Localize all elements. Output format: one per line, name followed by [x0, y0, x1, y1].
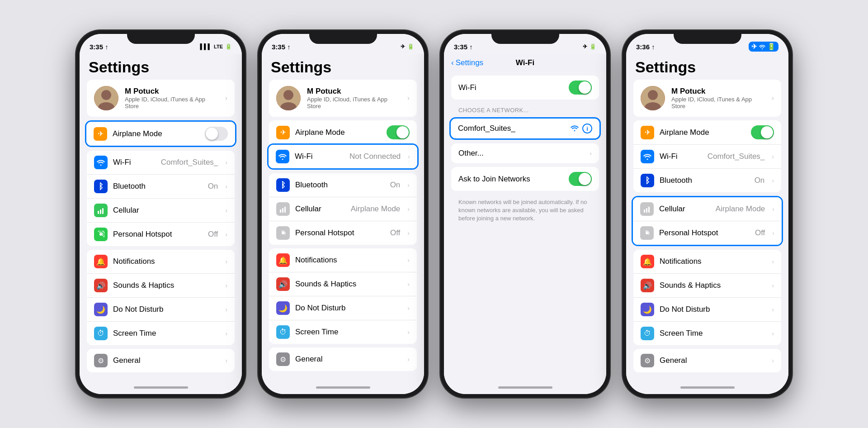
- airplane-icon-1: ✈: [94, 127, 107, 141]
- settings-page-4: Settings M Potuck Apple ID, iCloud, iTun…: [626, 54, 788, 394]
- row-cellular-2[interactable]: Cellular Airplane Mode ›: [269, 197, 417, 221]
- row-wifi-4[interactable]: Wi-Fi Comfort_Suites_ ›: [633, 145, 781, 169]
- svg-point-8: [283, 90, 293, 100]
- cellular-value-4: Airplane Mode: [716, 204, 765, 214]
- bluetooth-icon-2: ᛒ: [276, 178, 290, 192]
- nav-back-3[interactable]: ‹ Settings: [451, 58, 483, 67]
- sounds-icon-1: 🔊: [94, 279, 108, 292]
- row-dnd-4[interactable]: 🌙 Do Not Disturb ›: [633, 298, 781, 322]
- wifi-page-3: ‹ Settings Wi-Fi Wi-Fi CHOOSE A NETWORK.…: [444, 54, 606, 394]
- other-label-3: Other...: [458, 149, 584, 158]
- dnd-chevron-4: ›: [772, 306, 774, 313]
- row-sounds-4[interactable]: 🔊 Sounds & Haptics ›: [633, 274, 781, 298]
- home-indicator-3: [498, 386, 552, 389]
- row-hotspot-2[interactable]: Personal Hotspot Off ›: [269, 221, 417, 245]
- dnd-icon-1: 🌙: [94, 303, 108, 316]
- row-general-4[interactable]: ⚙ General ›: [633, 349, 781, 372]
- row-bluetooth-4[interactable]: ᛒ Bluetooth On ›: [633, 169, 781, 192]
- avatar-2: [276, 86, 301, 110]
- battery-icon-3: 🔋: [590, 43, 596, 50]
- row-general-1[interactable]: ⚙ General ›: [87, 349, 235, 372]
- cellular-icon-1: [94, 204, 108, 217]
- wifi-signal-3: [571, 125, 579, 133]
- screentime-label-4: Screen Time: [660, 329, 766, 338]
- sounds-chevron-2: ›: [407, 281, 410, 288]
- row-cellular-4[interactable]: Cellular Airplane Mode ›: [633, 197, 782, 221]
- airplane-toggle-4[interactable]: [751, 125, 774, 139]
- wifi-chevron-1: ›: [225, 159, 227, 166]
- svg-rect-11: [282, 208, 283, 213]
- phone-frame-4: 3:36 ↑ ✈ 🔋 Settings: [623, 30, 792, 398]
- row-wifi-1[interactable]: Wi-Fi Comfort_Suites_ ›: [87, 151, 235, 175]
- airplane-toggle-2[interactable]: [387, 125, 410, 139]
- user-chevron-2: ›: [407, 94, 410, 102]
- row-hotspot-4[interactable]: Personal Hotspot Off ›: [633, 221, 782, 245]
- wifi-toggle-label-3: Wi-Fi: [458, 83, 563, 92]
- ask-join-toggle-3[interactable]: [569, 172, 592, 186]
- row-hotspot-1[interactable]: Personal Hotspot Off ›: [87, 223, 235, 246]
- row-ask-join-3[interactable]: Ask to Join Networks: [451, 167, 599, 191]
- row-sounds-2[interactable]: 🔊 Sounds & Haptics ›: [269, 272, 417, 296]
- network-section-4a: ✈ Airplane Mode Wi-Fi: [633, 120, 781, 192]
- airplane-label-4: Airplane Mode: [660, 128, 745, 137]
- hotspot-value-2: Off: [390, 228, 400, 238]
- bluetooth-value-4: On: [755, 176, 765, 185]
- row-airplane-2[interactable]: ✈ Airplane Mode: [269, 120, 417, 144]
- user-card-4[interactable]: M Potuck Apple ID, iCloud, iTunes & App …: [633, 80, 781, 117]
- screentime-label-2: Screen Time: [295, 328, 402, 337]
- row-wifi-2[interactable]: Wi-Fi Not Connected ›: [269, 145, 417, 168]
- dnd-chevron-2: ›: [407, 304, 410, 312]
- cellular-label-1: Cellular: [113, 206, 220, 215]
- screen-2: 3:35 ↑ ✈ 🔋 Settings: [262, 34, 424, 394]
- hotspot-label-1: Personal Hotspot: [113, 230, 203, 239]
- wifi-toggle-3[interactable]: [569, 81, 592, 95]
- svg-rect-17: [644, 209, 645, 213]
- user-chevron-1: ›: [225, 94, 227, 102]
- sounds-icon-4: 🔊: [641, 279, 654, 292]
- phone-frame-1: 3:35 ↑ ▌▌▌ LTE 🔋 Settings: [76, 30, 245, 398]
- notch-4: [674, 30, 741, 44]
- sounds-label-4: Sounds & Haptics: [660, 281, 766, 290]
- row-bluetooth-2[interactable]: ᛒ Bluetooth On ›: [269, 173, 417, 197]
- cellular-chevron-4: ›: [772, 205, 774, 213]
- wifi-value-1: Comfort_Suites_: [161, 158, 218, 167]
- notif-label-2: Notifications: [295, 256, 402, 265]
- row-cellular-1[interactable]: Cellular ›: [87, 199, 235, 223]
- row-airplane-1[interactable]: ✈ Airplane Mode: [86, 122, 235, 146]
- airplane-toggle-1[interactable]: [205, 127, 228, 141]
- row-other-3[interactable]: Other... ›: [451, 143, 599, 163]
- airplane-section-2: ✈ Airplane Mode: [269, 120, 417, 144]
- dnd-label-2: Do Not Disturb: [295, 304, 402, 313]
- row-notifications-1[interactable]: 🔔 Notifications ›: [87, 250, 235, 274]
- network-type-1: LTE: [214, 44, 223, 49]
- svg-rect-10: [280, 209, 281, 213]
- notif-icon-1: 🔔: [94, 255, 108, 268]
- row-bluetooth-1[interactable]: ᛒ Bluetooth On ›: [87, 175, 235, 199]
- row-general-2[interactable]: ⚙ General ›: [269, 347, 417, 371]
- row-notifications-4[interactable]: 🔔 Notifications ›: [633, 250, 781, 274]
- row-dnd-2[interactable]: 🌙 Do Not Disturb ›: [269, 296, 417, 320]
- wifi-highlight-inner-2: Wi-Fi Not Connected ›: [269, 145, 417, 168]
- user-card-1[interactable]: M Potuck Apple ID, iCloud, iTunes & App …: [87, 80, 235, 117]
- row-wifi-toggle-3[interactable]: Wi-Fi: [451, 76, 599, 100]
- wifi-label-2: Wi-Fi: [295, 152, 344, 161]
- general-icon-4: ⚙: [641, 354, 654, 367]
- row-sounds-1[interactable]: 🔊 Sounds & Haptics ›: [87, 274, 235, 298]
- row-airplane-4[interactable]: ✈ Airplane Mode: [633, 120, 781, 145]
- sounds-label-2: Sounds & Haptics: [295, 280, 402, 289]
- row-screentime-1[interactable]: ⏱ Screen Time ›: [87, 322, 235, 345]
- row-screentime-2[interactable]: ⏱ Screen Time ›: [269, 320, 417, 344]
- general-label-1: General: [113, 356, 220, 365]
- network-row-highlighted-3[interactable]: Comfort_Suites_ i: [449, 117, 601, 140]
- info-icon-3[interactable]: i: [582, 124, 592, 133]
- wifi-value-2: Not Connected: [349, 152, 401, 161]
- airplane-highlight-1: ✈ Airplane Mode: [85, 120, 236, 147]
- svg-rect-3: [98, 211, 99, 214]
- general-icon-1: ⚙: [94, 354, 108, 367]
- row-screentime-4[interactable]: ⏱ Screen Time ›: [633, 322, 781, 345]
- wifi-label-1: Wi-Fi: [113, 158, 156, 167]
- row-notifications-2[interactable]: 🔔 Notifications ›: [269, 248, 417, 272]
- user-card-2[interactable]: M Potuck Apple ID, iCloud, iTunes & App …: [269, 80, 417, 117]
- row-dnd-1[interactable]: 🌙 Do Not Disturb ›: [87, 298, 235, 322]
- hotspot-chevron-2: ›: [407, 229, 410, 237]
